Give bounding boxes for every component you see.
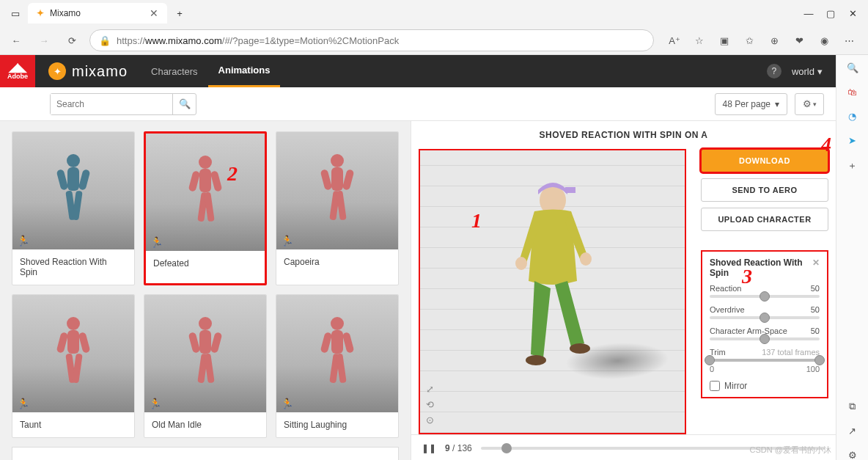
svg-rect-8 (188, 170, 201, 192)
search-box: 🔍 (50, 93, 196, 115)
nav-characters[interactable]: Characters (141, 55, 208, 87)
svg-point-12 (331, 154, 344, 167)
panel-title: Shoved Reaction With Spin (710, 258, 812, 278)
site-container: ◢◣ Adobe ✦ mixamo Characters Animations … (0, 55, 868, 460)
svg-rect-33 (342, 332, 355, 354)
chevron-down-icon: ▾ (813, 101, 817, 108)
content-area: 🏃 Shoved Reaction With Spin 🏃 Defeated (0, 121, 836, 460)
screenshot-icon[interactable]: ⧉ (849, 401, 856, 412)
window-maximize[interactable]: ▢ (821, 4, 840, 23)
window-close[interactable]: ✕ (843, 4, 862, 23)
svg-rect-15 (342, 169, 355, 191)
panel-close-icon[interactable]: ✕ (812, 258, 820, 278)
svg-rect-31 (331, 330, 343, 354)
profile-icon[interactable]: ◉ (817, 35, 831, 46)
svg-rect-1 (67, 167, 79, 191)
shopping-icon[interactable]: 🛍 (847, 87, 857, 98)
animation-grid-pane[interactable]: 🏃 Shoved Reaction With Spin 🏃 Defeated (0, 121, 411, 460)
character-preview (498, 171, 608, 391)
collections-icon[interactable]: ▣ (717, 35, 732, 46)
url-input[interactable]: 🔒 https://www.mixamo.com/#/?page=1&type=… (89, 29, 654, 51)
favorites-icon[interactable]: ✩ (742, 35, 757, 46)
card-label: Taunt (12, 412, 134, 437)
slider-reaction-track[interactable] (710, 295, 820, 298)
office-icon[interactable]: ◔ (848, 111, 856, 122)
animation-card[interactable]: 🏃 Defeated (144, 131, 267, 285)
tabs-button[interactable]: ▭ (6, 4, 25, 23)
performance-icon[interactable]: ❤ (792, 35, 806, 46)
runner-icon: 🏃 (281, 398, 293, 409)
forward-button[interactable]: → (34, 30, 54, 51)
slider-reaction: Reaction50 (710, 284, 820, 298)
help-icon[interactable]: ? (767, 64, 781, 79)
search-icon[interactable]: 🔍 (847, 62, 858, 73)
animation-card[interactable]: 🏃 Shoved Reaction With Spin (12, 131, 135, 285)
download-button[interactable]: DOWNLOAD (701, 149, 828, 172)
per-page-dropdown[interactable]: 48 Per page▾ (715, 93, 787, 115)
svg-rect-32 (320, 332, 333, 354)
open-icon[interactable]: ↗ (848, 426, 856, 437)
mirror-checkbox[interactable]: Mirror (710, 381, 820, 391)
add-icon[interactable]: ＋ (847, 159, 857, 172)
animation-card[interactable]: 🏃 Capoeira (276, 131, 399, 285)
top-nav: ◢◣ Adobe ✦ mixamo Characters Animations … (0, 55, 836, 87)
settings-button[interactable]: ⚙▾ (795, 93, 824, 115)
annotation-1: 1 (471, 209, 482, 233)
svg-rect-7 (199, 169, 211, 192)
tab-close-icon[interactable]: ✕ (150, 7, 158, 19)
new-tab-button[interactable]: + (170, 4, 189, 23)
pan-icon[interactable]: ⤢ (426, 384, 434, 395)
search-input[interactable] (51, 94, 172, 114)
viewport-3d[interactable]: 1 ⤢ ⟲ ⊙ (419, 149, 686, 434)
runner-icon: 🏃 (149, 398, 161, 409)
more-icon[interactable]: ⋯ (842, 35, 856, 46)
side-panel: 4 DOWNLOAD SEND TO AERO UPLOAD CHARACTER… (694, 149, 836, 434)
upload-character-button[interactable]: UPLOAD CHARACTER (701, 208, 828, 231)
svg-point-18 (67, 317, 80, 330)
addr-icons: A⁺ ☆ ▣ ✩ ⊕ ❤ ◉ ⋯ (661, 35, 862, 46)
world-dropdown[interactable]: world▾ (792, 66, 823, 77)
watermark: CSDN @爱看书的小沐 (750, 445, 831, 456)
svg-rect-3 (78, 169, 91, 191)
svg-rect-14 (320, 169, 333, 191)
star-icon[interactable]: ☆ (692, 35, 707, 46)
send-icon[interactable]: ➤ (848, 135, 856, 146)
card-thumbnail: 🏃 (146, 134, 265, 251)
runner-icon: 🏃 (17, 398, 29, 409)
animation-card[interactable]: 🏃 Sitting Laughing (276, 294, 399, 438)
animation-card[interactable]: 🏃 Taunt (12, 294, 135, 438)
settings-icon[interactable]: ⚙ (848, 450, 857, 460)
chevron-down-icon: ▾ (775, 99, 779, 109)
site-main: ◢◣ Adobe ✦ mixamo Characters Animations … (0, 55, 836, 460)
search-icon: 🔍 (179, 98, 191, 109)
zoom-icon[interactable]: ⊙ (426, 415, 434, 426)
adobe-badge[interactable]: ◢◣ Adobe (0, 55, 35, 87)
slider-arm-space-track[interactable] (710, 337, 820, 340)
slider-trim-track[interactable] (710, 359, 820, 362)
refresh-button[interactable]: ⟳ (62, 30, 82, 51)
brand[interactable]: ✦ mixamo (35, 62, 141, 80)
back-button[interactable]: ← (6, 30, 26, 51)
runner-icon: 🏃 (150, 236, 163, 248)
send-to-aero-button[interactable]: SEND TO AERO (701, 178, 828, 202)
svg-rect-13 (331, 167, 343, 191)
animation-card[interactable]: 🏃 Old Man Idle (144, 294, 267, 438)
extensions-icon[interactable]: ⊕ (767, 35, 781, 46)
slider-overdrive: Overdrive50 (710, 305, 820, 319)
slider-overdrive-track[interactable] (710, 316, 820, 319)
browser-tab[interactable]: ✦ Mixamo ✕ (28, 3, 167, 23)
read-aloud-icon[interactable]: A⁺ (667, 35, 682, 46)
search-button[interactable]: 🔍 (172, 94, 196, 114)
card-thumbnail: 🏃 (276, 132, 398, 249)
browser-chrome: ▭ ✦ Mixamo ✕ + — ▢ ✕ ← → ⟳ 🔒 https://www… (0, 0, 868, 55)
filter-bar: 🔍 48 Per page▾ ⚙▾ (0, 87, 836, 121)
svg-rect-37 (565, 187, 575, 193)
nav-animations[interactable]: Animations (208, 55, 281, 87)
window-minimize[interactable]: — (799, 4, 818, 23)
rotate-icon[interactable]: ⟲ (426, 399, 434, 410)
card-thumbnail: 🏃 (144, 295, 266, 412)
svg-rect-21 (78, 332, 91, 354)
svg-point-39 (580, 252, 592, 266)
tab-title: Mixamo (50, 8, 81, 18)
pause-button[interactable]: ❚❚ (422, 443, 436, 453)
